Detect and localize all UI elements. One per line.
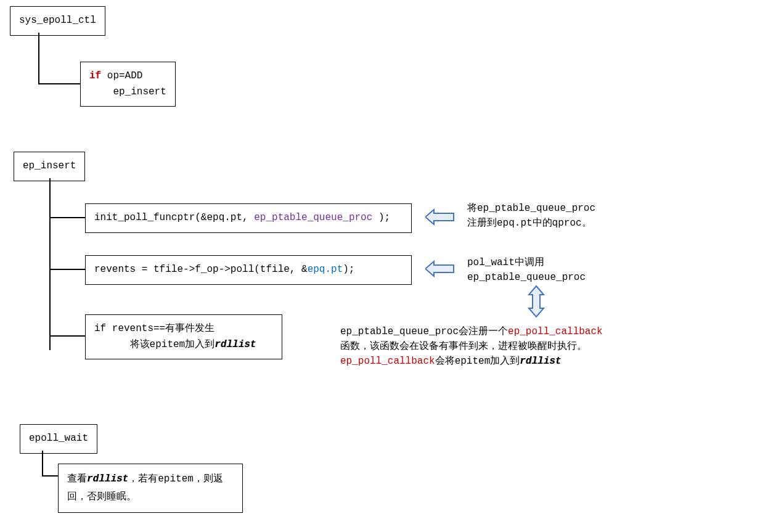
if-revents-box: if revents==有事件发生 将该epitem加入到rdllist: [85, 314, 282, 359]
sys-epoll-ctl-title: sys_epoll_ctl: [19, 15, 96, 26]
if-keyword: if: [89, 70, 107, 81]
left-block-arrow-icon: [425, 208, 455, 226]
revents-prefix: revents = tfile->f_op->poll(tfile, &: [94, 264, 308, 275]
epoll-wait-title-box: epoll_wait: [20, 424, 97, 454]
connector-horizontal: [49, 335, 85, 337]
revents-suffix: );: [343, 264, 354, 275]
svg-marker-0: [425, 210, 454, 224]
connector-horizontal: [42, 475, 58, 477]
init-poll-prefix: init_poll_funcptr(&epq.pt,: [94, 212, 254, 223]
connector-horizontal: [49, 217, 85, 218]
connector-vertical: [49, 178, 51, 350]
ep-poll-callback-red: ep_poll_callback: [508, 326, 603, 337]
ep-poll-callback-red2: ep_poll_callback: [340, 356, 435, 367]
revents-poll-box: revents = tfile->f_op->poll(tfile, &epq.…: [85, 255, 412, 285]
ep-insert-title-box: ep_insert: [14, 152, 85, 181]
if-op-add-box: if op=ADD ep_insert: [80, 62, 176, 107]
left-block-arrow-icon: [425, 260, 455, 277]
if-revents-line1: if revents==有事件发生: [94, 323, 215, 334]
up-down-block-arrow-icon: [526, 285, 546, 318]
rdllist-bold-wait: rdllist: [87, 473, 128, 485]
connector-horizontal: [49, 269, 85, 270]
annotation-3-part1: ep_ptable_queue_proc会注册一个: [340, 326, 508, 337]
annotation-3-part2: 函数，该函数会在设备有事件到来，进程被唤醒时执行。: [340, 341, 587, 352]
annotation-1-line1: 将ep_ptable_queue_proc: [467, 203, 595, 214]
if-condition: op=ADD: [107, 70, 143, 81]
ep-ptable-queue-proc-purple: ep_ptable_queue_proc: [254, 212, 372, 223]
annotation-3-part3: 会将epitem加入到: [435, 356, 520, 367]
annotation-2: pol_wait中调用 ep_ptable_queue_proc: [467, 255, 586, 285]
annotation-1: 将ep_ptable_queue_proc 注册到epq.pt中的qproc。: [467, 201, 595, 231]
connector-vertical: [42, 451, 43, 475]
connector-horizontal: [38, 83, 80, 84]
rdllist-bold-annotation: rdllist: [520, 356, 561, 367]
epoll-wait-desc-box: 查看rdllist，若有epitem，则返回，否则睡眠。: [58, 464, 243, 513]
epoll-wait-part1: 查看: [67, 473, 87, 485]
init-poll-suffix: );: [372, 212, 390, 223]
ep-insert-text: ep_insert: [113, 86, 166, 97]
if-revents-line2-prefix: 将该epitem加入到: [130, 339, 215, 350]
annotation-3: ep_ptable_queue_proc会注册一个ep_poll_callbac…: [340, 324, 747, 369]
connector-vertical: [38, 33, 39, 83]
ep-insert-title: ep_insert: [23, 160, 76, 171]
epq-pt-blue: epq.pt: [308, 264, 343, 275]
annotation-2-line2: ep_ptable_queue_proc: [467, 272, 586, 283]
annotation-2-line1: pol_wait中调用: [467, 257, 544, 268]
annotation-1-line2: 注册到epq.pt中的qproc。: [467, 218, 592, 229]
svg-marker-1: [425, 261, 454, 276]
sys-epoll-ctl-title-box: sys_epoll_ctl: [10, 6, 105, 36]
svg-marker-2: [529, 286, 544, 317]
rdllist-bold: rdllist: [215, 339, 256, 350]
epoll-wait-title: epoll_wait: [29, 433, 88, 444]
init-poll-funcptr-box: init_poll_funcptr(&epq.pt, ep_ptable_que…: [85, 203, 412, 233]
